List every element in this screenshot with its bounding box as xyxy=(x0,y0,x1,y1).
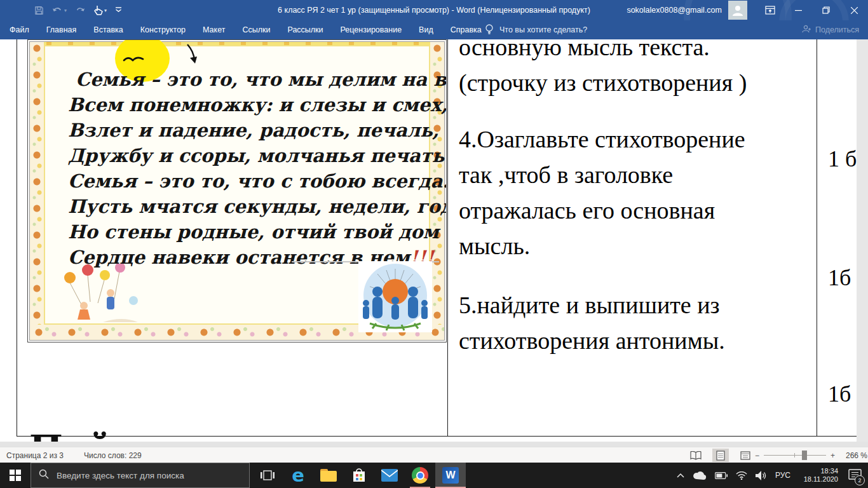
search-input[interactable] xyxy=(55,470,236,481)
share-label: Поделиться xyxy=(815,25,859,34)
restore-button[interactable] xyxy=(812,0,840,20)
windows-taskbar: e W xyxy=(0,463,868,488)
zoom-slider-center-tick xyxy=(794,453,795,458)
tab-file[interactable]: Файл xyxy=(10,25,29,34)
poem-line: Дружбу и ссоры, молчанья печать. xyxy=(68,143,447,168)
task-paragraph: основную мысль текста. (строчку из стихо… xyxy=(459,39,815,100)
redo-button[interactable] xyxy=(75,6,85,15)
poem-frame-left xyxy=(30,42,44,340)
poem-line: Семья – это то, что с тобою всегда. xyxy=(68,168,447,194)
ribbon-tabs: Файл Главная Вставка Конструктор Макет С… xyxy=(10,20,482,39)
view-shortcuts xyxy=(688,448,754,463)
tell-me-label: Что вы хотите сделать? xyxy=(499,25,587,34)
table-border-bottom xyxy=(17,436,857,437)
zoom-controls: − + 266 % xyxy=(755,447,867,463)
task-paragraph: 4.Озаглавьте стихотворение так ,чтоб в з… xyxy=(459,121,815,264)
edge-icon[interactable]: e xyxy=(283,463,313,488)
tab-design[interactable]: Конструктор xyxy=(140,25,186,34)
microsoft-store-icon[interactable] xyxy=(344,463,374,488)
clock-date: 18.11.2020 xyxy=(799,475,838,484)
account-email[interactable]: sokolalex0808@gmail.com xyxy=(627,6,722,15)
search-icon xyxy=(39,469,49,482)
touch-mode-caret-icon[interactable]: ▾ xyxy=(104,8,107,13)
titlebar-right: sokolalex0808@gmail.com xyxy=(627,0,868,20)
title-bar: ▾ ▾ 6 класс РЯ 2 чет 1 ур (защищенный пр… xyxy=(0,0,868,20)
battery-icon[interactable] xyxy=(715,472,728,479)
tab-home[interactable]: Главная xyxy=(46,25,77,34)
task-text-column: основную мысль текста. (строчку из стихо… xyxy=(459,39,815,358)
start-button[interactable] xyxy=(0,463,31,488)
save-icon[interactable] xyxy=(34,6,44,15)
lightbulb-icon xyxy=(485,24,494,37)
notification-count-badge: 2 xyxy=(855,475,865,485)
quick-access-toolbar: ▾ ▾ xyxy=(34,0,122,20)
read-mode-button[interactable] xyxy=(688,449,704,462)
tab-references[interactable]: Ссылки xyxy=(242,25,270,34)
zoom-slider[interactable] xyxy=(764,455,826,456)
onedrive-cloud-icon[interactable] xyxy=(693,471,707,480)
minimize-button[interactable] xyxy=(784,0,812,20)
tray-expand-chevron-icon[interactable] xyxy=(677,473,684,478)
account-avatar[interactable] xyxy=(728,1,747,20)
document-bottom-gutter xyxy=(0,442,868,447)
volume-icon[interactable] xyxy=(756,471,767,480)
word-taskbar-icon[interactable]: W xyxy=(435,463,466,488)
zoom-level[interactable]: 266 % xyxy=(839,451,867,460)
children-balloons-clipart xyxy=(58,264,151,333)
points-cell: 1 б xyxy=(828,145,857,173)
wifi-icon[interactable] xyxy=(736,471,747,480)
document-canvas[interactable]: Семья – это то, что мы делим на всех, Вс… xyxy=(0,39,868,442)
tab-review[interactable]: Рецензирование xyxy=(341,25,402,34)
status-bar-left: Страница 2 из 3 Число слов: 229 xyxy=(6,447,142,463)
ribbon-tab-row: Файл Главная Вставка Конструктор Макет С… xyxy=(0,20,868,39)
touch-mouse-mode-button[interactable]: ▾ xyxy=(93,5,107,16)
taskbar-app-icons: e W xyxy=(252,463,466,488)
task-line: (строчку из стихотворения ) xyxy=(459,65,815,100)
file-explorer-icon[interactable] xyxy=(313,463,344,488)
mail-icon[interactable] xyxy=(374,463,405,488)
undo-caret-icon[interactable]: ▾ xyxy=(64,8,67,13)
tab-view[interactable]: Вид xyxy=(419,25,433,34)
clock-time: 18:34 xyxy=(799,467,838,475)
tab-mailings[interactable]: Рассылки xyxy=(287,25,323,34)
notification-center-button[interactable]: 2 xyxy=(846,467,863,484)
poem-line: Семья – это то, что мы делим на всех, xyxy=(68,67,447,92)
zoom-in-button[interactable]: + xyxy=(831,451,835,460)
clipped-paragraph-start: Пой xyxy=(29,427,113,442)
word-count[interactable]: Число слов: 229 xyxy=(84,451,142,460)
taskbar-clock[interactable]: 18:34 18.11.2020 xyxy=(799,467,838,484)
task-line: 4.Озаглавьте стихотворение xyxy=(459,121,815,157)
diving-bird-icon xyxy=(184,44,200,69)
page-edge-gutter xyxy=(857,39,868,442)
taskbar-search[interactable] xyxy=(31,463,250,488)
close-button[interactable] xyxy=(840,0,868,20)
page-indicator[interactable]: Страница 2 из 3 xyxy=(6,451,64,460)
zoom-out-button[interactable]: − xyxy=(755,451,759,460)
tab-insert[interactable]: Вставка xyxy=(93,25,123,34)
zoom-slider-thumb[interactable] xyxy=(802,451,807,460)
chrome-icon[interactable] xyxy=(405,463,435,488)
task-view-button[interactable] xyxy=(252,463,283,488)
tab-help[interactable]: Справка xyxy=(451,25,482,34)
table-border-left xyxy=(17,39,17,436)
language-indicator[interactable]: РУС xyxy=(775,471,790,480)
poem-line: Взлет и падение, радость, печаль, xyxy=(68,118,447,143)
poem-line: Всем понемножку: и слезы и смех, xyxy=(68,92,447,118)
task-paragraph: 5.найдите и выпишите из стихотворения ан… xyxy=(459,287,815,358)
tab-layout[interactable]: Макет xyxy=(203,25,225,34)
print-layout-button[interactable] xyxy=(712,449,729,462)
points-cell: 1б xyxy=(828,380,851,408)
poem-image: Семья – это то, что мы делим на всех, Вс… xyxy=(27,39,447,342)
customize-qat-button[interactable] xyxy=(115,6,122,14)
poem-text: Семья – это то, что мы делим на всех, Вс… xyxy=(68,67,447,270)
ribbon-display-options-button[interactable] xyxy=(756,0,784,20)
poem-line: Но стены родные, отчий твой дом – xyxy=(68,219,447,245)
word-window: ▾ ▾ 6 класс РЯ 2 чет 1 ур (защищенный пр… xyxy=(0,0,868,488)
points-cell: 1б xyxy=(828,264,851,292)
share-button[interactable]: Поделиться xyxy=(802,20,859,39)
share-person-icon xyxy=(802,24,811,36)
web-layout-button[interactable] xyxy=(737,449,754,462)
task-line: отражалась его основная xyxy=(459,193,815,228)
tell-me-search[interactable]: Что вы хотите сделать? xyxy=(485,20,587,39)
undo-button[interactable]: ▾ xyxy=(52,6,67,15)
